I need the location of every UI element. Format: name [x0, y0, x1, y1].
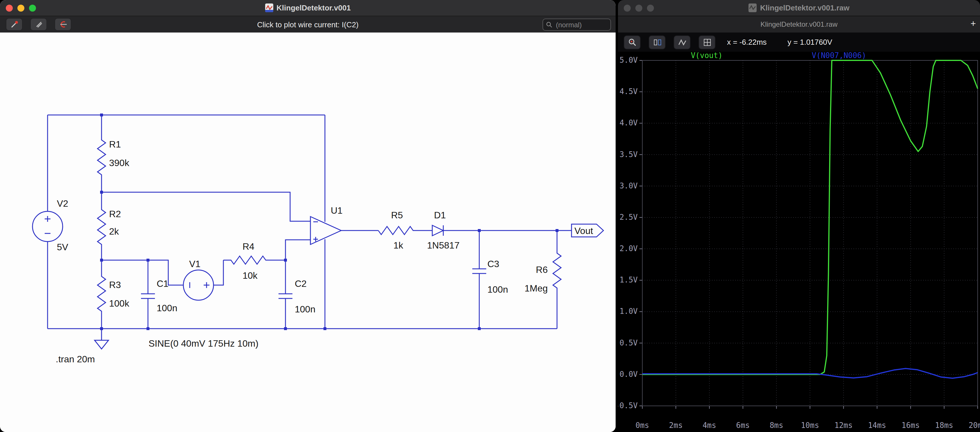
cursor-readout: x = -6.22msy = 1.01760V — [727, 38, 853, 46]
v2-label[interactable]: V2 — [57, 198, 68, 209]
tab-plot-file[interactable]: KlingelDetektor.v001.raw — [760, 20, 838, 29]
x-axis-label: 10ms — [801, 421, 819, 430]
resistor-R6[interactable]: R6 1Meg — [525, 231, 561, 328]
capacitor-C1[interactable]: C1 100n — [141, 278, 177, 313]
d1-label[interactable]: D1 — [434, 210, 446, 220]
c3-label[interactable]: C3 — [487, 259, 499, 269]
plot-settings-button[interactable] — [674, 35, 690, 49]
r1-value[interactable]: 390k — [109, 158, 129, 168]
r2-label[interactable]: R2 — [109, 209, 121, 219]
y-axis-label: 1.0V — [619, 307, 638, 316]
resistor-R3[interactable]: R3 100k — [97, 260, 129, 328]
zoom-tool-button[interactable] — [624, 35, 641, 49]
resistor-R1[interactable]: R1 390k — [97, 115, 129, 192]
traffic-lights-inactive — [624, 4, 654, 11]
schematic-window: KlingelDetektor.v001 Click — [0, 0, 616, 432]
x-axis-label: 8ms — [770, 421, 783, 430]
ground-symbol[interactable] — [95, 340, 108, 349]
magnifier-icon — [627, 37, 637, 47]
resistor-R2[interactable]: R2 2k — [97, 192, 121, 260]
current-clamp-icon — [58, 20, 68, 29]
resistor-R5[interactable]: R5 1k — [378, 210, 430, 250]
vout-port[interactable]: Vout — [571, 224, 603, 237]
y-axis-label: 0.5V — [619, 338, 638, 347]
cursor-tool-button[interactable] — [698, 35, 716, 49]
c3-value[interactable]: 100n — [487, 284, 508, 295]
tran-directive[interactable]: .tran 20m — [56, 354, 95, 364]
r2-value[interactable]: 2k — [109, 226, 119, 237]
waveform-plot[interactable]: 0ms2ms4ms6ms8ms10ms12ms14ms16ms18ms20ms5… — [618, 52, 980, 432]
y-axis-label: 4.5V — [619, 87, 638, 96]
y-axis-label: 2.0V — [619, 244, 638, 253]
junction-dots — [100, 113, 558, 330]
v1-value[interactable]: SINE(0 40mV 175Hz 10m) — [148, 338, 258, 349]
x-axis-label: 20ms — [969, 421, 980, 430]
wire-probe-button[interactable] — [6, 18, 22, 31]
traffic-lights — [6, 4, 36, 11]
pan-tool-button[interactable] — [30, 18, 47, 31]
voltage-source-V2[interactable]: V2 5V — [32, 198, 68, 252]
legend-V(N007,N006)[interactable]: V(N007,N006) — [812, 52, 866, 60]
r4-label[interactable]: R4 — [243, 241, 255, 252]
window-title: KlingelDetektor.v001.raw — [748, 3, 850, 12]
probe-icon — [10, 20, 19, 29]
cursor-x-readout: x = -6.22ms — [727, 38, 767, 46]
c1-label[interactable]: C1 — [157, 278, 169, 289]
u1-label[interactable]: U1 — [331, 205, 343, 216]
x-axis-label: 16ms — [901, 421, 920, 430]
status-text: Click to plot wire current: I(C2) — [0, 20, 616, 29]
waveform-titlebar[interactable]: KlingelDetektor.v001.raw — [618, 0, 980, 16]
waveform-window: KlingelDetektor.v001.raw KlingelDetektor… — [618, 0, 980, 432]
capacitor-C3[interactable]: C3 100n — [472, 259, 508, 295]
r3-value[interactable]: 100k — [109, 298, 129, 309]
y-axis-label: 5.0V — [619, 56, 638, 64]
panes-button[interactable] — [649, 35, 665, 49]
window-title-text: KlingelDetektor.v001.raw — [760, 3, 850, 12]
ltspice-app-icon — [265, 3, 273, 12]
minimize-button[interactable] — [635, 4, 642, 11]
schematic-canvas[interactable]: V2 5V R1 390k R2 2k R3 — [0, 32, 616, 432]
schematic-toolbar: Click to plot wire current: I(C2) — [0, 16, 616, 32]
new-tab-button[interactable]: + — [970, 18, 976, 30]
r4-value[interactable]: 10k — [243, 270, 258, 281]
zoom-button[interactable] — [29, 4, 36, 11]
search-input[interactable] — [555, 20, 603, 29]
d1-value[interactable]: 1N5817 — [427, 240, 460, 250]
desktop: KlingelDetektor.v001 Click — [0, 0, 980, 432]
y-axis-label: -0.5V — [618, 401, 638, 410]
r5-value[interactable]: 1k — [393, 240, 404, 250]
resistor-R4[interactable]: R4 10k — [223, 241, 285, 281]
r6-label[interactable]: R6 — [536, 265, 548, 275]
r6-value[interactable]: 1Meg — [525, 283, 548, 293]
cursor-y-readout: y = 1.01760V — [788, 38, 832, 46]
r1-label[interactable]: R1 — [109, 139, 121, 150]
v2-value[interactable]: 5V — [57, 242, 68, 252]
v1-label[interactable]: V1 — [189, 259, 200, 269]
close-button[interactable] — [6, 4, 13, 11]
current-probe-button[interactable] — [54, 18, 72, 31]
minimize-button[interactable] — [18, 4, 24, 11]
y-axis-label: 0.0V — [619, 370, 638, 379]
panes-icon — [652, 37, 662, 47]
c2-label[interactable]: C2 — [295, 278, 307, 289]
vout-port-label[interactable]: Vout — [574, 226, 593, 236]
waveform-icon — [678, 37, 687, 47]
schematic-titlebar[interactable]: KlingelDetektor.v001 — [0, 0, 616, 16]
y-axis-label: 1.5V — [619, 276, 638, 284]
x-axis-label: 6ms — [736, 421, 750, 430]
x-axis-label: 12ms — [834, 421, 853, 430]
opamp-U1[interactable]: U1 — [310, 205, 343, 244]
window-title: KlingelDetektor.v001 — [265, 3, 351, 12]
r5-label[interactable]: R5 — [391, 210, 403, 220]
legend-V(vout)[interactable]: V(vout) — [691, 52, 723, 60]
r3-label[interactable]: R3 — [109, 280, 121, 290]
waveform-toolbar: x = -6.22msy = 1.01760V — [618, 32, 980, 52]
c2-value[interactable]: 100n — [295, 304, 315, 314]
y-axis-label: 4.0V — [619, 118, 638, 127]
zoom-button[interactable] — [647, 4, 654, 11]
c1-value[interactable]: 100n — [157, 303, 177, 313]
close-button[interactable] — [624, 4, 631, 11]
capacitor-C2[interactable]: C2 100n — [278, 278, 315, 314]
search-field[interactable] — [542, 19, 611, 31]
x-axis-label: 14ms — [868, 421, 886, 430]
